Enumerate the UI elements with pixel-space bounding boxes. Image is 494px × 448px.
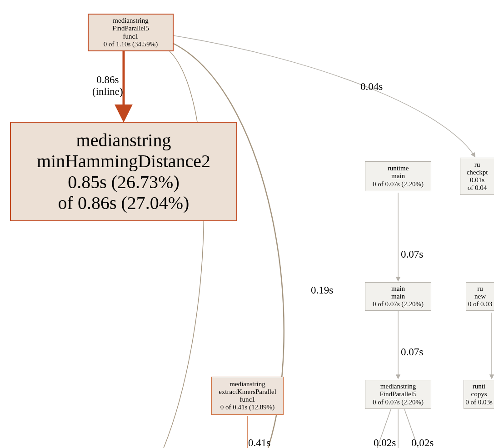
node-main-main[interactable]: main main 0 of 0.07s (2.20%) <box>365 282 431 311</box>
node-extractkmers[interactable]: medianstring extractKmersParallel func1 … <box>211 377 284 415</box>
node-line: minHammingDistance2 <box>37 151 210 172</box>
node-line: ru <box>474 161 480 169</box>
node-line: FindParallel5 <box>380 390 417 398</box>
node-line: medianstring <box>230 380 265 388</box>
node-line: 0 of 0.03 <box>468 300 493 308</box>
edge-label-041: 0.41s <box>248 437 270 448</box>
node-findparallel5-func1[interactable]: medianstring FindParallel5 func1 0 of 1.… <box>88 14 174 51</box>
node-line: medianstring <box>76 130 171 151</box>
node-line: medianstring <box>380 383 416 390</box>
edge-label-002b: 0.02s <box>411 437 434 448</box>
node-line: 0 of 0.41s (12.89%) <box>220 403 275 411</box>
node-line: 0.01s <box>470 176 484 184</box>
node-line: 0 of 1.10s (34.59%) <box>104 40 158 48</box>
edge-label-007a: 0.07s <box>401 249 423 260</box>
edge-label-019: 0.19s <box>311 284 333 296</box>
node-line: checkpt <box>467 169 488 176</box>
node-line: extractKmersParallel <box>219 388 276 396</box>
node-runtime-main[interactable]: runtime main 0 of 0.07s (2.20%) <box>365 161 431 191</box>
node-line: runtime <box>388 164 409 172</box>
node-line: func1 <box>123 33 138 40</box>
node-line: main <box>391 285 405 293</box>
node-line: runti <box>473 383 485 390</box>
node-line: 0 of 0.03s <box>465 398 493 406</box>
edge-label-086-inline: 0.86s (inline) <box>92 74 123 98</box>
node-line: 0 of 0.07s (2.20%) <box>373 300 424 308</box>
node-copys[interactable]: runti copys 0 of 0.03s <box>464 380 494 409</box>
edge-label-004: 0.04s <box>360 81 383 93</box>
node-line: 0 of 0.07s (2.20%) <box>373 398 424 406</box>
edge-label-007b: 0.07s <box>401 346 423 358</box>
node-findparallel5[interactable]: medianstring FindParallel5 0 of 0.07s (2… <box>365 380 431 409</box>
node-line: of 0.04 <box>468 184 487 192</box>
node-line: main <box>391 172 405 180</box>
node-line: 0.85s (26.73%) <box>68 172 180 193</box>
node-line: 0 of 0.07s (2.20%) <box>373 180 424 188</box>
node-line: func1 <box>240 396 255 403</box>
node-line: ru <box>477 285 483 293</box>
node-checkptr[interactable]: ru checkpt 0.01s of 0.04 <box>460 158 494 195</box>
node-line: medianstring <box>113 17 148 25</box>
edge-label-002a: 0.02s <box>374 437 396 448</box>
node-line: new <box>474 293 486 300</box>
node-runtime-new[interactable]: ru new 0 of 0.03 <box>466 282 494 311</box>
node-line: copys <box>471 390 487 398</box>
node-minhammingdistance2[interactable]: medianstring minHammingDistance2 0.85s (… <box>10 122 237 221</box>
node-line: main <box>391 293 405 300</box>
node-line: FindParallel5 <box>112 25 149 32</box>
node-line: of 0.86s (27.04%) <box>58 193 190 214</box>
